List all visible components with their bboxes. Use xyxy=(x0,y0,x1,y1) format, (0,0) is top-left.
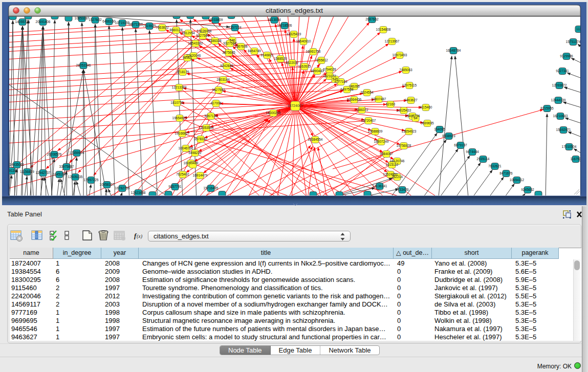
svg-text:20691406: 20691406 xyxy=(36,20,51,24)
svg-text:3267130: 3267130 xyxy=(204,114,217,118)
svg-text:3875685: 3875685 xyxy=(222,51,235,54)
svg-text:7625402: 7625402 xyxy=(176,172,189,176)
svg-text:12213967: 12213967 xyxy=(385,39,400,43)
svg-text:16961758: 16961758 xyxy=(306,50,321,53)
svg-text:11156819: 11156819 xyxy=(20,170,34,173)
svg-text:8322037: 8322037 xyxy=(286,61,299,64)
svg-text:1810755: 1810755 xyxy=(170,101,184,104)
svg-text:10025433: 10025433 xyxy=(397,108,411,112)
svg-text:19654925: 19654925 xyxy=(172,116,187,120)
svg-text:2718176: 2718176 xyxy=(176,70,189,74)
svg-text:33975887: 33975887 xyxy=(59,165,74,168)
svg-text:16648784: 16648784 xyxy=(446,49,461,52)
svg-text:10654112: 10654112 xyxy=(510,178,525,182)
svg-text:16099489: 16099489 xyxy=(184,161,199,165)
svg-text:1162615: 1162615 xyxy=(298,64,311,68)
svg-text:9242848: 9242848 xyxy=(220,64,233,68)
svg-text:14435061: 14435061 xyxy=(10,163,25,166)
svg-text:15716485: 15716485 xyxy=(204,186,219,190)
svg-text:13226058: 13226058 xyxy=(197,29,212,33)
svg-text:16914479: 16914479 xyxy=(193,173,208,177)
svg-text:16120746: 16120746 xyxy=(390,159,405,163)
svg-text:1615112: 1615112 xyxy=(386,163,399,166)
svg-text:8938923: 8938923 xyxy=(442,134,455,138)
svg-text:citations_edges.txt: citations_edges.txt xyxy=(266,7,323,14)
svg-text:10807487: 10807487 xyxy=(372,97,386,101)
svg-text:9227341: 9227341 xyxy=(556,69,569,73)
svg-text:1145194: 1145194 xyxy=(53,172,66,176)
svg-text:8186328: 8186328 xyxy=(208,39,222,42)
svg-text:8215955: 8215955 xyxy=(540,106,554,110)
svg-text:6794028: 6794028 xyxy=(323,68,336,71)
svg-text:545: 545 xyxy=(333,77,338,81)
svg-text:19384554: 19384554 xyxy=(308,138,323,141)
svg-text:9474444: 9474444 xyxy=(466,150,479,154)
svg-text:(x): (x) xyxy=(137,233,143,239)
svg-text:6466160: 6466160 xyxy=(102,19,116,23)
svg-text:16033809: 16033809 xyxy=(208,18,223,21)
svg-text:7955812: 7955812 xyxy=(315,58,328,62)
svg-text:16210643: 16210643 xyxy=(553,114,568,118)
svg-text:9657791: 9657791 xyxy=(168,185,182,188)
svg-text:10653287: 10653287 xyxy=(75,16,90,20)
svg-text:2935114: 2935114 xyxy=(477,157,490,161)
svg-text:2367608: 2367608 xyxy=(234,45,248,48)
svg-text:14055724: 14055724 xyxy=(15,20,30,24)
svg-text:12505135: 12505135 xyxy=(68,175,83,179)
svg-text:10973493: 10973493 xyxy=(393,53,407,57)
svg-text:19756928: 19756928 xyxy=(397,144,411,147)
svg-text:9129986: 9129986 xyxy=(560,54,573,58)
svg-text:15692971: 15692971 xyxy=(556,128,571,132)
svg-text:20364436: 20364436 xyxy=(347,98,362,101)
svg-text:7515525: 7515525 xyxy=(143,24,156,28)
svg-text:9146821: 9146821 xyxy=(260,53,274,57)
svg-text:28053346: 28053346 xyxy=(76,63,91,67)
svg-text:17010504: 17010504 xyxy=(562,145,577,148)
svg-text:64: 64 xyxy=(413,116,418,120)
svg-text:7485063: 7485063 xyxy=(399,68,412,72)
svg-text:10154808: 10154808 xyxy=(376,28,391,31)
svg-text:16640910: 16640910 xyxy=(296,39,311,43)
svg-text:19218506: 19218506 xyxy=(277,24,292,27)
svg-text:2803144: 2803144 xyxy=(216,78,230,81)
svg-text:16543382: 16543382 xyxy=(188,41,203,45)
svg-text:2087662: 2087662 xyxy=(365,17,379,21)
svg-text:12975115: 12975115 xyxy=(402,83,417,87)
svg-text:12093872: 12093872 xyxy=(552,83,567,87)
svg-text:12353594: 12353594 xyxy=(199,126,214,129)
svg-text:19166827: 19166827 xyxy=(175,132,190,135)
svg-text:252214: 252214 xyxy=(391,175,403,179)
svg-text:7632621: 7632621 xyxy=(488,164,502,168)
svg-text:18300295: 18300295 xyxy=(266,111,281,115)
svg-text:9463627: 9463627 xyxy=(404,98,418,102)
svg-text:6879197: 6879197 xyxy=(454,143,467,147)
svg-text:1733426: 1733426 xyxy=(396,188,409,191)
svg-text:12213383: 12213383 xyxy=(172,85,187,89)
svg-text:8813054: 8813054 xyxy=(268,18,281,21)
svg-text:1588520: 1588520 xyxy=(274,57,287,60)
svg-text:3578332: 3578332 xyxy=(194,137,207,141)
svg-text:5498222: 5498222 xyxy=(188,151,202,155)
svg-text:8912954: 8912954 xyxy=(182,31,195,35)
svg-text:12942737: 12942737 xyxy=(36,171,51,174)
svg-text:15495794: 15495794 xyxy=(405,114,420,118)
svg-text:18724007: 18724007 xyxy=(287,104,303,107)
svg-text:3024554: 3024554 xyxy=(360,91,374,94)
svg-text:7386372: 7386372 xyxy=(355,108,368,112)
svg-text:10688609: 10688609 xyxy=(368,129,383,133)
svg-text:62160: 62160 xyxy=(386,102,395,106)
svg-text:12444139: 12444139 xyxy=(551,98,566,102)
svg-text:13654923: 13654923 xyxy=(402,129,417,133)
svg-text:10046766: 10046766 xyxy=(179,146,193,150)
svg-text:9427552: 9427552 xyxy=(212,88,225,92)
svg-text:20206576: 20206576 xyxy=(47,152,62,156)
svg-text:116753: 116753 xyxy=(570,157,581,161)
svg-text:12923448: 12923448 xyxy=(131,191,146,194)
svg-text:9245652: 9245652 xyxy=(521,188,534,191)
svg-text:7357224: 7357224 xyxy=(228,26,242,29)
svg-text:7663822: 7663822 xyxy=(156,26,169,29)
svg-text:10719155: 10719155 xyxy=(115,21,130,25)
svg-text:6497568: 6497568 xyxy=(340,87,354,91)
svg-text:9115460: 9115460 xyxy=(420,105,432,109)
svg-text:417006: 417006 xyxy=(210,101,222,105)
